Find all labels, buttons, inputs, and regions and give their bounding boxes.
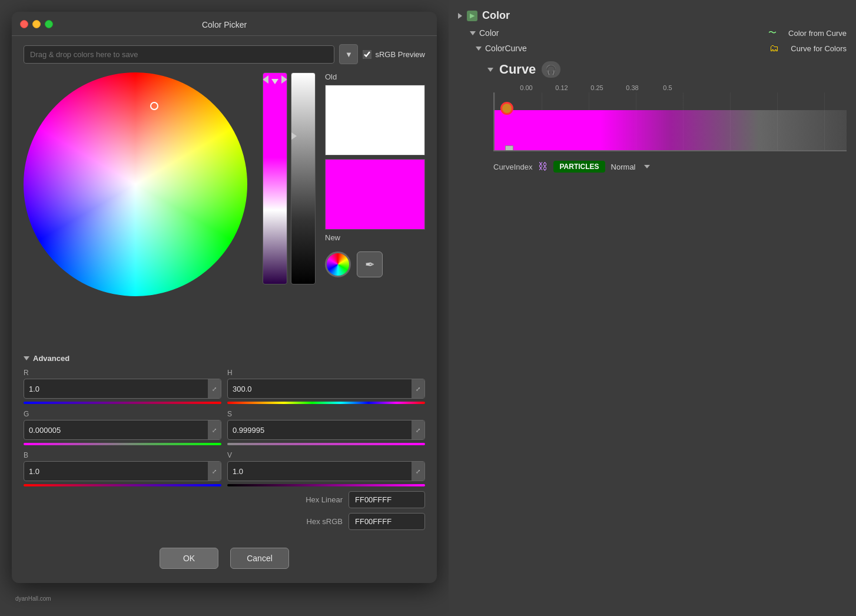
cancel-button[interactable]: Cancel [230, 548, 289, 569]
color-section-icon: ▶ [467, 11, 477, 21]
color-icon: ▶ [470, 12, 475, 19]
wheel-cursor [150, 102, 158, 110]
color-from-curve-item: 〜 Color from Curve [768, 28, 847, 38]
sliders-column [263, 72, 316, 345]
drag-dropdown-button[interactable]: ▼ [339, 44, 358, 64]
g-expand-button[interactable]: ⤢ [208, 420, 221, 439]
curve-bottom-handle[interactable] [505, 145, 513, 151]
curve-options-button[interactable]: 🎧 [542, 61, 560, 78]
dialog-title: Color Picker [202, 20, 247, 29]
curve-area: 0.00 0.12 0.25 0.38 0.5 [487, 84, 847, 151]
curve-index-row: CurveIndex ⛓ PARTICLES Normal [493, 161, 847, 173]
b-expand-button[interactable]: ⤢ [208, 462, 221, 481]
g-input[interactable] [24, 422, 208, 439]
r-input-wrap: ⤢ [24, 379, 221, 399]
new-label: New [325, 233, 425, 242]
curve-fill [495, 110, 847, 150]
b-label: B [24, 451, 221, 459]
close-button[interactable] [20, 20, 28, 28]
h-label: H [227, 369, 425, 377]
dialog-buttons: OK Cancel [12, 538, 437, 583]
h-expand-button[interactable]: ⤢ [412, 379, 424, 398]
curve-toggle-icon[interactable] [487, 68, 493, 72]
advanced-header: Advanced [24, 354, 425, 363]
g-field-row: G ⤢ [24, 410, 221, 445]
minimize-button[interactable] [32, 20, 41, 28]
h-field-row: H ⤢ [227, 369, 425, 404]
picker-main: Old New ✒ [24, 72, 425, 345]
ruler-tick-3: 0.38 [615, 84, 650, 91]
b-slider[interactable] [24, 484, 221, 486]
colorcurve-toggle-icon[interactable] [476, 47, 482, 51]
right-panel: ▶ Color Color 〜 Color from Curve ColorCu… [449, 0, 856, 616]
eyedropper-icon: ✒ [365, 257, 375, 271]
color-section-collapse-icon[interactable] [458, 13, 462, 19]
dropdown-chevron-icon[interactable] [644, 165, 650, 168]
g-input-wrap: ⤢ [24, 420, 221, 440]
dialog-titlebar: Color Picker [12, 12, 437, 36]
particles-badge[interactable]: PARTICLES [553, 161, 605, 173]
dialog-body: ▼ sRGB Preview [12, 36, 437, 538]
hex-srgb-label: Hex sRGB [307, 517, 343, 526]
s-field-row: S ⤢ [227, 410, 425, 445]
s-slider[interactable] [227, 443, 425, 445]
ok-button[interactable]: OK [160, 548, 218, 569]
preview-icons: ✒ [325, 251, 425, 277]
r-label: R [24, 369, 221, 377]
r-expand-button[interactable]: ⤢ [208, 379, 221, 398]
b-field-row: B ⤢ [24, 451, 221, 486]
color-label: Color [479, 28, 499, 38]
curve-graph[interactable] [493, 92, 847, 151]
s-expand-button[interactable]: ⤢ [412, 420, 424, 439]
maximize-button[interactable] [45, 20, 53, 28]
b-input-wrap: ⤢ [24, 461, 221, 481]
color-from-curve-label: Color from Curve [788, 29, 847, 38]
advanced-toggle-icon[interactable] [24, 356, 29, 360]
color-wheel[interactable] [24, 72, 247, 296]
brightness-slider-bar[interactable] [291, 72, 316, 284]
h-input[interactable] [228, 380, 412, 398]
ruler-tick-0: 0.00 [509, 84, 544, 91]
old-label: Old [325, 72, 425, 81]
color-row: Color 〜 Color from Curve [470, 25, 847, 41]
curve-icon: 〜 [768, 28, 777, 38]
s-input[interactable] [228, 422, 412, 439]
stack-icon: 🗂 [769, 43, 779, 54]
saturation-slider-bar[interactable] [263, 72, 287, 284]
old-color-preview [325, 85, 425, 155]
srgb-checkbox[interactable] [363, 50, 371, 59]
hex-section: Hex Linear Hex sRGB [24, 491, 425, 530]
color-wheel-icon-button[interactable] [325, 251, 351, 277]
curve-control-point[interactable] [500, 102, 513, 115]
ruler-tick-4: 0.5 [650, 84, 685, 91]
color-picker-dialog: Color Picker ▼ sRGB Preview [12, 12, 437, 583]
g-slider[interactable] [24, 443, 221, 445]
fields-grid: R ⤢ H ⤢ [24, 369, 425, 486]
hex-linear-label: Hex Linear [306, 495, 343, 504]
b-input[interactable] [24, 463, 208, 480]
drag-drop-input[interactable] [24, 45, 334, 64]
color-section-header: ▶ Color [458, 6, 847, 25]
g-label: G [24, 410, 221, 418]
ruler-tick-1: 0.12 [544, 84, 579, 91]
v-input[interactable] [228, 463, 412, 480]
v-label: V [227, 451, 425, 459]
h-input-wrap: ⤢ [227, 379, 425, 399]
color-toggle-icon[interactable] [470, 31, 476, 35]
s-input-wrap: ⤢ [227, 420, 425, 440]
color-section-title: Color [482, 9, 510, 22]
curve-ruler: 0.00 0.12 0.25 0.38 0.5 [487, 84, 847, 91]
preview-column: Old New ✒ [325, 72, 425, 345]
advanced-section: Advanced R ⤢ H ⤢ [24, 354, 425, 530]
r-slider[interactable] [24, 402, 221, 404]
hex-linear-input[interactable] [349, 491, 425, 508]
r-input[interactable] [24, 380, 208, 398]
srgb-label: sRGB Preview [375, 50, 425, 59]
v-slider[interactable] [227, 484, 425, 486]
srgb-check-container: sRGB Preview [363, 50, 425, 59]
hex-srgb-input[interactable] [349, 513, 425, 530]
eyedropper-button[interactable]: ✒ [357, 251, 383, 277]
v-expand-button[interactable]: ⤢ [412, 462, 424, 481]
h-slider[interactable] [227, 402, 425, 404]
curve-index-label: CurveIndex [493, 163, 532, 171]
